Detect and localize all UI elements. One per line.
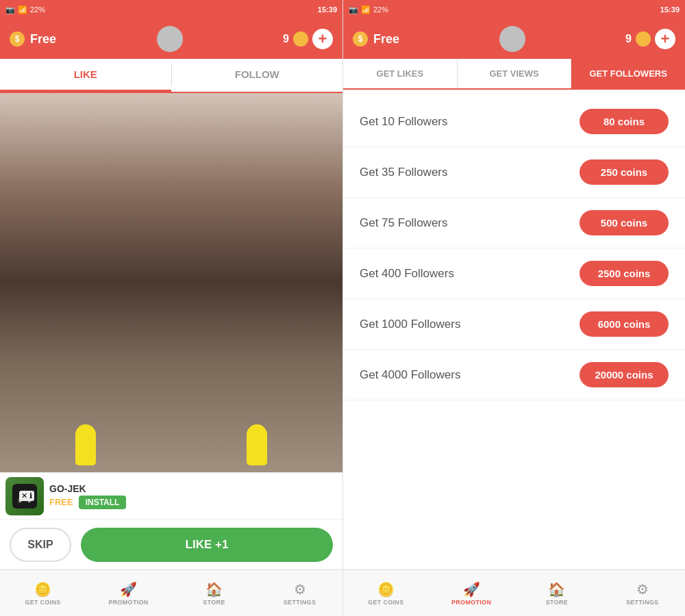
follower-buy-btn-35[interactable]: 250 coins: [580, 159, 669, 185]
right-coin-count: 9: [625, 33, 632, 45]
right-avatar[interactable]: [499, 26, 525, 52]
left-status-time: 15:39: [318, 5, 337, 14]
signal-icon: 📶: [18, 5, 27, 14]
followers-list: Get 10 Followers 80 coins Get 35 Followe…: [343, 90, 685, 569]
skip-button[interactable]: SKIP: [10, 528, 71, 562]
follower-buy-btn-10[interactable]: 80 coins: [580, 109, 669, 134]
left-promotion-icon: 🚀: [120, 581, 137, 598]
ad-close-button[interactable]: ✕ ℹ: [19, 491, 34, 501]
follower-label-4000: Get 4000 Followers: [360, 368, 460, 382]
right-promotion-icon: 🚀: [463, 581, 480, 598]
follower-buy-btn-75[interactable]: 500 coins: [580, 210, 669, 235]
left-nav-promotion[interactable]: 🚀 PROMOTION: [86, 570, 171, 616]
follower-row-75: Get 75 Followers 500 coins: [343, 198, 685, 248]
photo-cell-left: [0, 93, 171, 472]
ad-banner[interactable]: ✕ ℹ 🛵 GO-JEK FREE INSTALL: [0, 472, 342, 519]
left-free-label: Free: [30, 32, 56, 47]
follower-label-35: Get 35 Followers: [360, 166, 448, 179]
left-add-coins-button[interactable]: +: [312, 29, 333, 49]
right-nav-get-coins[interactable]: 🪙 GET COINS: [343, 570, 429, 616]
right-header-right: 9 +: [625, 29, 675, 49]
tab-follow[interactable]: FOLLOW: [172, 59, 343, 92]
right-store-label: STORE: [546, 599, 568, 606]
follower-buy-btn-400[interactable]: 2500 coins: [580, 261, 669, 286]
follower-row-10: Get 10 Followers 80 coins: [343, 97, 685, 147]
right-coins-label: GET COINS: [368, 599, 403, 606]
left-promotion-label: PROMOTION: [108, 599, 148, 606]
right-header: $ Free 9 +: [343, 19, 685, 59]
ad-install-button[interactable]: INSTALL: [79, 496, 127, 509]
follower-label-1000: Get 1000 Followers: [360, 318, 460, 331]
right-signal-icon: 📶: [361, 5, 371, 14]
left-header-left: $ Free: [10, 31, 56, 47]
left-coin-count: 9: [283, 33, 289, 45]
battery-icon: 22%: [30, 5, 45, 14]
left-coins-label: GET COINS: [25, 599, 60, 606]
left-nav-settings[interactable]: ⚙ SETTINGS: [257, 570, 342, 616]
like-button[interactable]: LIKE +1: [81, 528, 333, 562]
right-settings-label: SETTINGS: [626, 599, 658, 606]
right-nav-store[interactable]: 🏠 STORE: [514, 570, 600, 616]
ad-action-row: FREE INSTALL: [49, 496, 337, 509]
follower-row-1000: Get 1000 Followers 6000 coins: [343, 299, 685, 350]
left-status-icons: 📷 📶 22%: [5, 5, 45, 14]
right-coins-icon: 🪙: [377, 581, 395, 598]
follower-row-35: Get 35 Followers 250 coins: [343, 147, 685, 198]
left-nav-get-coins[interactable]: 🪙 GET COINS: [0, 570, 86, 616]
right-nav-settings[interactable]: ⚙ SETTINGS: [599, 570, 685, 616]
right-nav-promotion[interactable]: 🚀 PROMOTION: [429, 570, 514, 616]
tab-like[interactable]: LIKE: [0, 59, 171, 92]
left-tabs: LIKE FOLLOW: [0, 59, 342, 93]
right-settings-icon: ⚙: [636, 581, 649, 598]
instagram-icon: 📷: [5, 5, 15, 14]
tab-get-likes[interactable]: GET LIKES: [343, 59, 458, 88]
right-battery-label: 22%: [373, 5, 388, 14]
left-bottom-nav: 🪙 GET COINS 🚀 PROMOTION 🏠 STORE ⚙ SETTIN…: [0, 569, 342, 616]
left-nav-store[interactable]: 🏠 STORE: [171, 570, 257, 616]
left-panel: 📷 📶 22% 15:39 $ Free 9 + LIKE FOLLOW: [0, 0, 342, 616]
left-store-label: STORE: [203, 599, 225, 606]
left-status-bar: 📷 📶 22% 15:39: [0, 0, 342, 19]
right-store-icon: 🏠: [548, 581, 565, 598]
tab-get-followers[interactable]: GET FOLLOWERS: [571, 59, 685, 88]
follower-label-400: Get 400 Followers: [360, 267, 454, 281]
follower-buy-btn-4000[interactable]: 20000 coins: [580, 362, 669, 387]
photo-grid-inner: [0, 93, 342, 472]
right-add-coins-button[interactable]: +: [655, 29, 675, 49]
action-bar: SKIP LIKE +1: [0, 519, 342, 569]
follower-buy-btn-1000[interactable]: 6000 coins: [580, 311, 669, 337]
right-status-icons: 📷 📶 22%: [349, 5, 388, 14]
right-instagram-icon: 📷: [349, 5, 358, 14]
left-settings-icon: ⚙: [294, 581, 306, 598]
left-coin-dot: [293, 31, 308, 47]
right-coin-dot: [636, 31, 651, 47]
right-status-bar: 📷 📶 22% 15:39: [343, 0, 685, 19]
left-coins-icon: 🪙: [34, 581, 51, 598]
right-tabs: GET LIKES GET VIEWS GET FOLLOWERS: [343, 59, 685, 90]
follower-label-75: Get 75 Followers: [360, 216, 448, 230]
follower-row-400: Get 400 Followers 2500 coins: [343, 248, 685, 299]
right-status-time: 15:39: [660, 5, 680, 14]
left-store-icon: 🏠: [206, 581, 223, 598]
right-bottom-nav: 🪙 GET COINS 🚀 PROMOTION 🏠 STORE ⚙ SETTIN…: [343, 569, 685, 616]
right-coin-icon: $: [353, 31, 368, 47]
coin-icon: $: [10, 31, 25, 47]
right-promotion-label: PROMOTION: [451, 599, 491, 606]
photo-grid: [0, 93, 342, 472]
follower-row-4000: Get 4000 Followers 20000 coins: [343, 350, 685, 400]
right-free-label: Free: [373, 32, 399, 47]
left-header-right: 9 +: [283, 29, 333, 49]
ad-title: GO-JEK: [49, 483, 337, 494]
ad-free-label: FREE: [49, 497, 73, 507]
right-panel: 📷 📶 22% 15:39 $ Free 9 + GET LIKES GET V…: [342, 0, 685, 616]
ad-text: GO-JEK FREE INSTALL: [49, 483, 337, 509]
right-header-left: $ Free: [353, 31, 399, 47]
tab-get-views[interactable]: GET VIEWS: [458, 59, 572, 88]
photo-cell-right: [171, 93, 342, 472]
left-header: $ Free 9 +: [0, 19, 342, 59]
follower-label-10: Get 10 Followers: [360, 115, 448, 129]
left-settings-label: SETTINGS: [284, 599, 316, 606]
left-avatar[interactable]: [157, 26, 183, 52]
